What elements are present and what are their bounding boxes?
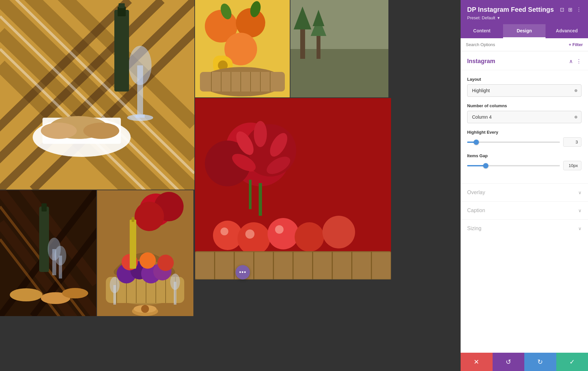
redo-button[interactable]: ↻ (524, 353, 556, 371)
layout-select-wrapper: Highlight Grid Masonry Carousel ⊕ (467, 84, 581, 97)
svg-point-132 (141, 305, 149, 313)
photo-top-right-fruits (195, 0, 290, 97)
svg-point-127 (110, 277, 120, 293)
preset-label: Preset: Default (467, 15, 495, 20)
layout-label: Layout (467, 77, 581, 82)
caption-section-title: Caption (467, 208, 485, 213)
panel-content: Instagram ∧ ⋮ Layout Highlight Grid Maso… (461, 51, 588, 353)
columns-select-wrapper: Column 1 Column 2 Column 3 Column 4 Colu… (467, 111, 581, 123)
svg-rect-37 (200, 72, 285, 92)
items-gap-label: Items Gap (467, 153, 581, 158)
highlight-every-thumb[interactable] (474, 140, 479, 145)
svg-point-100 (10, 288, 42, 301)
maximize-icon[interactable]: ⊞ (568, 7, 572, 13)
instagram-section-title: Instagram (467, 58, 495, 65)
highlight-every-track (467, 142, 560, 143)
highlight-every-value[interactable]: 3 (563, 137, 581, 147)
panel-header-icons: ⊡ ⊞ ⋮ (560, 7, 581, 13)
more-icon[interactable]: ⋮ (576, 7, 581, 13)
svg-point-102 (62, 288, 88, 298)
items-gap-slider-row: 10px (467, 161, 581, 170)
dots-icon: ••• (239, 269, 246, 276)
settings-panel: DP Instagram Feed Settings ⊡ ⊞ ⋮ Preset:… (461, 0, 588, 371)
overlay-section-title: Overlay (467, 190, 485, 195)
search-input[interactable] (466, 42, 566, 47)
settings-body: Layout Highlight Grid Masonry Carousel ⊕… (461, 70, 588, 183)
svg-point-123 (157, 255, 174, 271)
panel-tabs: Content Design Advanced (461, 24, 588, 38)
panel-title: DP Instagram Feed Settings (467, 6, 554, 13)
svg-point-72 (275, 225, 284, 234)
svg-rect-48 (300, 26, 305, 59)
svg-point-67 (268, 218, 299, 249)
sizing-section[interactable]: Sizing ∨ (461, 219, 588, 237)
svg-rect-50 (317, 33, 320, 59)
more-options-button[interactable]: ••• (236, 265, 250, 279)
svg-rect-95 (41, 203, 47, 211)
svg-point-69 (322, 216, 355, 248)
undo-icon: ↺ (506, 358, 511, 366)
delete-icon: ✕ (474, 358, 479, 366)
svg-point-107 (135, 202, 164, 231)
layout-select[interactable]: Highlight Grid Masonry Carousel (467, 84, 581, 97)
svg-point-19 (129, 46, 152, 85)
svg-point-21 (127, 114, 153, 121)
sizing-section-title: Sizing (467, 226, 482, 231)
section-controls: ∧ ⋮ (569, 58, 581, 64)
overlay-section[interactable]: Overlay ∨ (461, 183, 588, 201)
panel-toolbar: ✕ ↺ ↻ ✓ (461, 353, 588, 371)
preset-selector[interactable]: Preset: Default ▾ (467, 15, 581, 20)
svg-rect-24 (119, 3, 125, 8)
section-menu-button[interactable]: ⋮ (576, 58, 581, 64)
preset-arrow: ▾ (498, 15, 500, 20)
svg-point-71 (245, 229, 254, 239)
columns-label: Number of columns (467, 103, 581, 108)
svg-rect-125 (132, 217, 134, 222)
svg-rect-63 (259, 183, 262, 216)
undo-button[interactable]: ↺ (493, 353, 525, 371)
photo-bottom-middle (97, 190, 193, 316)
photo-main-left (0, 0, 194, 190)
items-gap-track (467, 165, 560, 166)
caption-section[interactable]: Caption ∨ (461, 201, 588, 219)
filter-label: + Filter (569, 42, 583, 47)
svg-point-68 (295, 222, 324, 252)
highlight-every-slider-row: 3 (467, 137, 581, 147)
highlight-every-label: Highlight Every (467, 130, 581, 135)
svg-point-122 (139, 252, 156, 269)
search-row: + Filter (461, 38, 588, 51)
svg-point-58 (254, 121, 267, 147)
svg-point-70 (220, 228, 228, 235)
svg-rect-64 (249, 180, 252, 209)
svg-point-129 (170, 274, 180, 290)
confirm-icon: ✓ (569, 358, 575, 366)
svg-rect-94 (39, 207, 49, 272)
panel-header: DP Instagram Feed Settings ⊡ ⊞ ⋮ Preset:… (461, 0, 588, 24)
svg-rect-22 (114, 10, 129, 92)
overlay-collapse-arrow: ∨ (578, 190, 581, 195)
svg-point-17 (83, 123, 119, 139)
tab-advanced[interactable]: Advanced (546, 24, 588, 38)
sizing-collapse-arrow: ∨ (578, 226, 581, 231)
caption-collapse-arrow: ∨ (578, 208, 581, 213)
svg-point-16 (41, 123, 77, 139)
instagram-section-header: Instagram ∧ ⋮ (461, 51, 588, 70)
redo-icon: ↻ (537, 358, 543, 366)
columns-select[interactable]: Column 1 Column 2 Column 3 Column 4 Colu… (467, 111, 581, 123)
minimize-icon[interactable]: ⊡ (560, 7, 564, 13)
photo-area: ••• (0, 0, 461, 371)
filter-button[interactable]: + Filter (569, 42, 583, 47)
photo-top-far-right (290, 0, 388, 97)
svg-rect-124 (130, 220, 136, 269)
svg-point-66 (237, 222, 270, 255)
photo-middle-right (195, 98, 391, 279)
tab-design[interactable]: Design (503, 24, 546, 38)
delete-button[interactable]: ✕ (461, 353, 493, 371)
items-gap-thumb[interactable] (483, 163, 488, 168)
svg-point-99 (55, 246, 66, 265)
confirm-button[interactable]: ✓ (556, 353, 588, 371)
items-gap-value[interactable]: 10px (563, 161, 581, 170)
photo-bottom-left (0, 190, 96, 316)
tab-content[interactable]: Content (461, 24, 503, 38)
section-collapse-button[interactable]: ∧ (569, 58, 573, 64)
